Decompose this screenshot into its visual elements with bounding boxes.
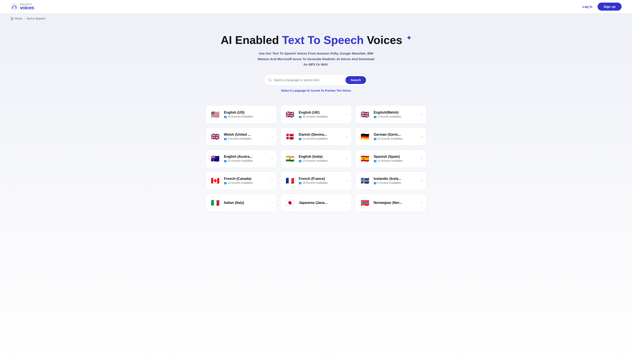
lang-name: English (India) (299, 155, 328, 159)
flag-icon: 🇺🇸 (209, 109, 221, 120)
chevron-right-icon: › (271, 200, 273, 205)
chevron-right-icon: › (271, 134, 273, 139)
lang-accents: 14 Accents Availables (224, 181, 253, 184)
lang-accents: 14 Accents Availables (224, 159, 253, 162)
lang-info: Italian (Italy) (224, 201, 244, 205)
lang-info: English (India) 12 Accents Availables (299, 155, 328, 162)
chevron-right-icon: › (271, 112, 273, 117)
language-card[interactable]: 🇩🇪 German (Germ... 32 Accents Availables… (355, 127, 427, 146)
breadcrumb-current: Text to Speech (27, 17, 45, 20)
language-card[interactable]: 🇨🇦 French (Canada) 14 Accents Availables… (205, 172, 277, 190)
lang-info: Icelandic (Icela... 5 Accents Availables (374, 177, 401, 184)
lang-name: Spanish (Spain) (374, 155, 403, 159)
logo[interactable]: listnr.tech's voices (11, 3, 34, 10)
lang-left: 🇨🇦 French (Canada) 14 Accents Availables (209, 175, 253, 186)
lang-accents: 5 Accents Availables (374, 181, 401, 184)
lang-left: 🇩🇪 German (Germ... 32 Accents Availables (359, 131, 403, 142)
login-button[interactable]: Log in (583, 5, 592, 8)
chevron-right-icon: › (346, 112, 348, 117)
flag-icon: 🇫🇷 (284, 175, 296, 186)
lang-left: 🇯🇵 Japanese (Jana... (284, 197, 327, 208)
language-card[interactable]: 🇩🇰 Danish (Denma... 12 Accents Available… (280, 127, 352, 146)
lang-name: French (France) (299, 177, 328, 181)
chevron-right-icon: › (346, 178, 348, 183)
lang-name: English (US) (224, 110, 253, 114)
lang-accents: 32 Accents Availables (374, 137, 403, 140)
chevron-right-icon: › (421, 112, 423, 117)
lang-accents: 30 Accents Availables (299, 115, 328, 118)
chevron-right-icon: › (271, 178, 273, 183)
chevron-right-icon: › (346, 156, 348, 161)
lang-name: Norwegian (Nor... (374, 201, 402, 205)
lang-info: Danish (Denma... 12 Accents Availables (299, 133, 328, 140)
lang-name: French (Canada) (224, 177, 253, 181)
language-card[interactable]: 🇬🇧 English(Welsh) 1 Accents Availables › (355, 105, 427, 124)
lang-name: Japanese (Jana... (299, 201, 327, 205)
lang-left: 🇦🇺 English (Austra... 14 Accents Availab… (209, 153, 253, 164)
lang-accents: 26 Accents Availables (299, 181, 328, 184)
search-bar: Search (264, 74, 368, 86)
lang-info: Welsh (United ... 3 Accents Availables (224, 133, 251, 140)
lang-left: 🇫🇷 French (France) 26 Accents Availables (284, 175, 328, 186)
search-icon (268, 78, 272, 82)
hero-subtitle: Use Our Text To Speech Voices From Amazo… (255, 51, 377, 67)
language-card[interactable]: 🇬🇧 Welsh (United ... 3 Accents Available… (205, 127, 277, 146)
search-hint: Select A Language Or Accent To Preview T… (4, 89, 628, 92)
lang-name: German (Germ... (374, 133, 403, 136)
logo-icon (11, 3, 18, 10)
svg-rect-2 (16, 7, 17, 9)
lang-left: 🇬🇧 English(Welsh) 1 Accents Availables (359, 109, 401, 120)
flag-icon: 🇨🇦 (209, 175, 221, 186)
lang-left: 🇮🇹 Italian (Italy) (209, 197, 244, 208)
lang-info: English(Welsh) 1 Accents Availables (374, 110, 401, 118)
flag-icon: 🇬🇧 (359, 109, 371, 120)
lang-info: English (Austra... 14 Accents Availables (224, 155, 253, 162)
search-wrap: Search (4, 74, 628, 86)
flag-icon: 🇩🇪 (359, 131, 371, 142)
lang-accents: 3 Accents Availables (224, 137, 251, 140)
breadcrumb-home[interactable]: 🏠 Home (11, 17, 22, 20)
chevron-right-icon: › (421, 200, 423, 205)
language-card[interactable]: 🇺🇸 English (US) 50 Accents Availables › (205, 105, 277, 124)
lang-accents: 1 Accents Availables (374, 115, 401, 118)
svg-line-4 (271, 80, 272, 82)
flag-icon: 🇪🇸 (359, 153, 371, 164)
chevron-right-icon: › (421, 178, 423, 183)
flag-icon: 🇦🇺 (209, 153, 221, 164)
lang-accents: 12 Accents Availables (299, 159, 328, 162)
sparkle-icon: ✦ (406, 35, 411, 42)
lang-info: French (France) 26 Accents Availables (299, 177, 328, 184)
lang-name: Welsh (United ... (224, 133, 251, 136)
flag-icon: 🇬🇧 (284, 109, 296, 120)
flag-icon: 🇩🇰 (284, 131, 296, 142)
svg-rect-1 (12, 7, 13, 9)
flag-icon: 🇮🇳 (284, 153, 296, 164)
language-card[interactable]: 🇮🇸 Icelandic (Icela... 5 Accents Availab… (355, 172, 427, 190)
search-button[interactable]: Search (345, 76, 366, 84)
language-card[interactable]: 🇮🇹 Italian (Italy) › (205, 194, 277, 212)
flag-icon: 🇬🇧 (209, 131, 221, 142)
hero-title: AI Enabled Text To Speech Voices ✦ (4, 34, 628, 46)
language-card[interactable]: 🇬🇧 English (UK) 30 Accents Availables › (280, 105, 352, 124)
lang-left: 🇳🇴 Norwegian (Nor... (359, 197, 402, 208)
lang-left: 🇺🇸 English (US) 50 Accents Availables (209, 109, 253, 120)
chevron-right-icon: › (271, 156, 273, 161)
language-card[interactable]: 🇪🇸 Spanish (Spain) 13 Accents Availables… (355, 149, 427, 168)
lang-info: Norwegian (Nor... (374, 201, 402, 205)
lang-info: Japanese (Jana... (299, 201, 327, 205)
lang-accents: 12 Accents Availables (299, 137, 328, 140)
lang-left: 🇮🇸 Icelandic (Icela... 5 Accents Availab… (359, 175, 401, 186)
lang-info: German (Germ... 32 Accents Availables (374, 133, 403, 140)
language-card[interactable]: 🇯🇵 Japanese (Jana... › (280, 194, 352, 212)
chevron-right-icon: › (421, 134, 423, 139)
language-card[interactable]: 🇳🇴 Norwegian (Nor... › (355, 194, 427, 212)
lang-info: English (US) 50 Accents Availables (224, 110, 253, 118)
navbar: listnr.tech's voices Log in Sign up (0, 0, 632, 14)
search-input[interactable] (274, 78, 344, 82)
breadcrumb-separator: › (24, 17, 25, 20)
signup-button[interactable]: Sign up (597, 2, 621, 10)
lang-name: Icelandic (Icela... (374, 177, 401, 181)
language-card[interactable]: 🇮🇳 English (India) 12 Accents Availables… (280, 149, 352, 168)
language-card[interactable]: 🇫🇷 French (France) 26 Accents Availables… (280, 172, 352, 190)
language-card[interactable]: 🇦🇺 English (Austra... 14 Accents Availab… (205, 149, 277, 168)
